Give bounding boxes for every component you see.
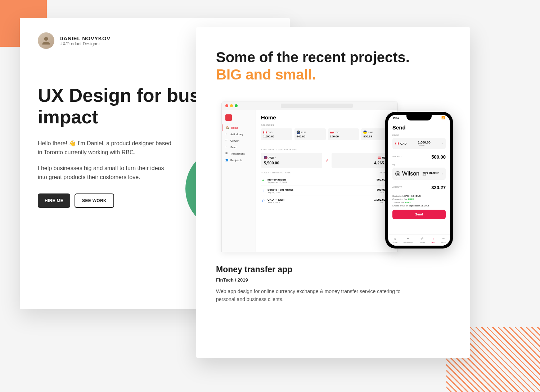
svg-point-0 xyxy=(44,37,48,41)
project-title: Money transfer app xyxy=(216,265,450,274)
tab-send[interactable]: ↑Send xyxy=(431,237,435,243)
tab-home[interactable]: ⌂Home xyxy=(392,237,397,243)
swap-icon: ⇄ xyxy=(225,139,228,142)
flag-aud-icon xyxy=(264,156,267,159)
plus-icon: + xyxy=(407,237,409,241)
tx-row[interactable]: ⇄CAD → EURJune 7, 20191,000.00 CAD640.00… xyxy=(261,196,392,206)
plus-icon: + xyxy=(261,178,265,182)
project-description: Web app design for online currency excha… xyxy=(216,288,418,303)
send-icon: ↑ xyxy=(225,146,228,149)
chevron-right-icon: › xyxy=(442,172,443,176)
recipient-card[interactable]: WWilson Wire TransferEUR › xyxy=(392,168,446,180)
sidebar-item-convert[interactable]: ⇄Convert xyxy=(222,137,256,144)
flag-usd-icon xyxy=(378,156,381,159)
convert-to[interactable]: USD ›4,265.21 xyxy=(332,153,393,168)
home-icon: 🏠 xyxy=(226,126,229,129)
designer-name: DANIEL NOVYKOV xyxy=(59,35,111,41)
more-icon: ⋯ xyxy=(442,237,445,241)
traffic-light-close-icon xyxy=(225,104,228,107)
flag-cad-icon xyxy=(395,142,399,145)
flag-cad-icon xyxy=(263,131,267,134)
app-main: Home BALANCESADD + CAD1,000.00 EUR640.00… xyxy=(256,110,397,252)
avatar xyxy=(38,32,54,49)
hero-paragraph-2: I help businesses big and small to turn … xyxy=(38,164,175,182)
projects-heading: Some of the recent projects. BIG and sma… xyxy=(216,49,450,83)
sidebar-item-recipients[interactable]: 👥Recipients xyxy=(222,157,256,163)
swap-icon: ⇄ xyxy=(261,198,265,202)
spot-rate-label: SPOT RATE: 1 AUD = 0.78 USD xyxy=(261,149,297,151)
page-title: Home xyxy=(261,114,392,120)
to-amount-value: 320.27 xyxy=(431,185,446,190)
flag-usd-icon xyxy=(330,131,334,134)
recent-tx-label: RECENT TRANSACTIONS xyxy=(261,172,291,174)
balance-card-usd[interactable]: USD150.00 xyxy=(328,128,359,140)
project-meta: FinTech / 2019 xyxy=(216,277,450,283)
phone-notch xyxy=(406,115,432,120)
flag-uah-icon xyxy=(363,131,367,134)
phone-tab-bar: ⌂Home +Add Money ⇄Convert ↑Send ⋯More xyxy=(388,234,450,246)
designer-role: UX/Product Designer xyxy=(59,41,111,46)
traffic-light-max-icon xyxy=(235,104,238,107)
balances-label: BALANCES xyxy=(261,124,274,126)
browser-mockup: 🏠Home +Add Money ⇄Convert ↑Send ☰Transac… xyxy=(221,101,398,252)
to-amount-label: AMOUNT xyxy=(392,186,402,188)
signal-icon: 📶 xyxy=(441,116,445,119)
url-bar xyxy=(281,104,353,108)
wave-icon: 👋 xyxy=(69,140,76,146)
from-currency-card[interactable]: CAD 1,000.00Balance › xyxy=(392,138,446,149)
to-label: TO xyxy=(392,164,446,166)
tx-row[interactable]: ↑Sent to Tom HanksJuly 10, 2019500.00 US… xyxy=(261,186,392,196)
hero-paragraph-1: Hello there! 👋 I'm Daniel, a product des… xyxy=(38,139,175,157)
amount-value[interactable]: 500.00 xyxy=(431,154,446,160)
tab-convert[interactable]: ⇄Convert xyxy=(419,237,425,243)
app-logo-icon xyxy=(225,114,232,121)
phone-mockup: 9:41📶 Send FROM CAD 1,000.00Balance › AM… xyxy=(385,112,453,249)
send-icon: ↑ xyxy=(432,237,434,241)
sidebar-item-add[interactable]: +Add Money xyxy=(222,131,256,137)
recipient-avatar-icon: W xyxy=(395,171,400,176)
balance-card-cad[interactable]: CAD1,000.00 xyxy=(261,128,292,140)
send-button[interactable]: Send xyxy=(392,210,446,219)
list-icon: ☰ xyxy=(225,152,228,155)
phone-screen-title: Send xyxy=(392,124,446,131)
tab-more[interactable]: ⋯More xyxy=(441,237,445,243)
tab-add[interactable]: +Add Money xyxy=(404,237,413,243)
plus-icon: + xyxy=(225,133,228,136)
tx-row[interactable]: +Money addedSeptember 10, 2019500.00 CAD xyxy=(261,176,392,186)
swap-icon: ⇄ xyxy=(420,237,423,241)
sidebar-item-tx[interactable]: ☰Transactions xyxy=(222,150,256,157)
app-sidebar: 🏠Home +Add Money ⇄Convert ↑Send ☰Transac… xyxy=(222,110,256,252)
sidebar-item-send[interactable]: ↑Send xyxy=(222,144,256,150)
projects-card: Some of the recent projects. BIG and sma… xyxy=(196,27,470,358)
swap-currencies-icon[interactable]: ⇄ xyxy=(324,158,329,163)
mockup-container: 🏠Home +Add Money ⇄Convert ↑Send ☰Transac… xyxy=(216,101,450,256)
home-icon: ⌂ xyxy=(394,237,396,241)
amount-label: AMOUNT xyxy=(392,155,402,158)
rate-info: Spot rate: 1 CAD = 0.64 EUR Conversion f… xyxy=(392,195,446,208)
browser-chrome xyxy=(222,101,397,110)
balance-card-eur[interactable]: EUR640.00 xyxy=(294,128,326,140)
hire-me-button[interactable]: HIRE ME xyxy=(38,193,70,208)
balance-nav-arrows[interactable]: ← → xyxy=(261,142,392,146)
people-icon: 👥 xyxy=(225,159,228,161)
flag-eur-icon xyxy=(297,131,300,134)
chevron-right-icon: › xyxy=(442,142,443,145)
see-work-button[interactable]: SEE WORK xyxy=(75,193,114,208)
traffic-light-min-icon xyxy=(230,104,233,107)
identity: DANIEL NOVYKOV UX/Product Designer xyxy=(38,32,111,49)
sidebar-item-home[interactable]: 🏠Home xyxy=(222,124,256,131)
convert-from[interactable]: AUD ›5,500.00 xyxy=(261,153,322,168)
arrow-up-icon: ↑ xyxy=(261,188,265,192)
from-label: FROM xyxy=(392,134,446,136)
